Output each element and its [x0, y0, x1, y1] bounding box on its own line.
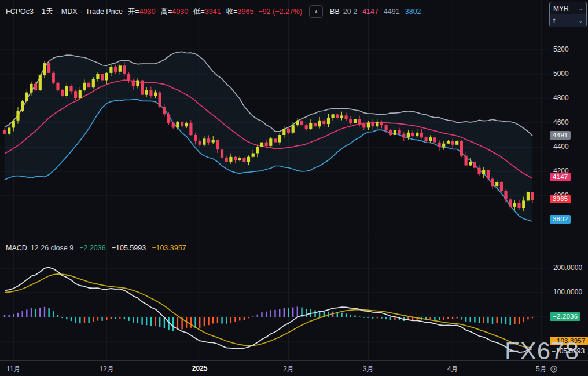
macd-tick-label: 200.0000: [553, 264, 582, 272]
currency-dropdown[interactable]: MYR ⌄: [550, 2, 586, 14]
chevron-down-icon: ⌄: [578, 18, 583, 24]
price-axis[interactable]: 5200500048004600440042004000200.0000100.…: [549, 0, 588, 376]
chevron-left-icon: ‹: [315, 7, 317, 16]
macd-indicator-legend[interactable]: MACD 12 26 close 9 −2.2036 −105.5993 −10…: [6, 244, 186, 252]
time-tick-label: 2025: [187, 364, 212, 373]
time-tick-label: 3月: [355, 364, 381, 374]
bb-indicator-legend[interactable]: BB 20 2 4147 4491 3802: [330, 8, 421, 16]
high-value: 4030: [172, 8, 188, 16]
chart-legend: FCPOc3 · 1天 · MDX · Trade Price 开=4030 高…: [6, 5, 421, 18]
macd-indicator-pane[interactable]: [0, 239, 549, 360]
change-value: −92 (−2.27%): [258, 8, 302, 16]
interval-label[interactable]: 1天: [42, 7, 53, 17]
bb-title: BB: [330, 8, 340, 16]
low-value: 3941: [205, 8, 221, 16]
bb-params: 20 2: [343, 8, 357, 16]
gear-icon: [549, 364, 558, 374]
price-scale-selector: MYR ⌄ t ⌄: [549, 2, 587, 27]
time-tick-label: 12月: [94, 364, 119, 374]
price-type-label: Trade Price: [86, 8, 123, 16]
trading-chart-window: FCPOc3 · 1天 · MDX · Trade Price 开=4030 高…: [0, 0, 588, 376]
high-label: 高=: [160, 7, 172, 17]
chevron-down-icon: ⌄: [578, 6, 583, 12]
price-chart-pane[interactable]: [0, 0, 549, 238]
symbol-title[interactable]: FCPOc3: [6, 8, 34, 16]
macd-hist-value: −2.2036: [79, 244, 106, 252]
close-label: 收=: [226, 7, 238, 17]
bb-upper-badge: 4491: [550, 131, 571, 140]
exchange-label: MDX: [61, 8, 78, 16]
bb-lower-value: 3802: [405, 8, 421, 16]
price-tick-label: 5200: [553, 45, 569, 53]
price-tick-label: 4800: [553, 94, 569, 102]
time-tick-label: 11月: [1, 364, 26, 374]
time-axis[interactable]: 11月12月20252月3月4月5月: [0, 360, 549, 376]
last-price-badge: 3965: [550, 195, 571, 203]
watermark: FX678: [505, 337, 579, 365]
collapse-legend-button[interactable]: ‹: [309, 5, 323, 18]
macd-params: 12 26 close 9: [31, 244, 74, 252]
open-value: 4030: [139, 8, 156, 16]
bb-basis-badge: 4147: [550, 173, 571, 181]
bb-basis-value: 4147: [362, 8, 378, 16]
low-label: 低=: [193, 7, 205, 17]
bb-upper-value: 4491: [384, 8, 400, 16]
macd-tick-label: 100.0000: [553, 288, 582, 296]
price-tick-label: 5000: [553, 70, 569, 78]
currency-value: MYR: [553, 5, 569, 13]
macd-histogram: [4, 306, 533, 331]
price-tick-label: 4400: [553, 143, 569, 151]
open-label: 开=: [128, 7, 139, 17]
macd-hist-badge: −2.2036: [550, 312, 580, 321]
unit-dropdown[interactable]: t ⌄: [550, 14, 586, 27]
time-tick-label: 2月: [275, 364, 301, 374]
close-value: 3965: [238, 8, 254, 16]
unit-value: t: [553, 17, 555, 25]
macd-title: MACD: [6, 244, 27, 252]
bb-lower-badge: 3802: [550, 215, 571, 224]
price-tick-label: 4600: [553, 118, 569, 126]
macd-line-value: −105.5993: [112, 244, 146, 252]
pane-divider[interactable]: [0, 238, 549, 238]
macd-signal-value: −103.3957: [152, 244, 186, 252]
time-tick-label: 4月: [440, 364, 465, 374]
